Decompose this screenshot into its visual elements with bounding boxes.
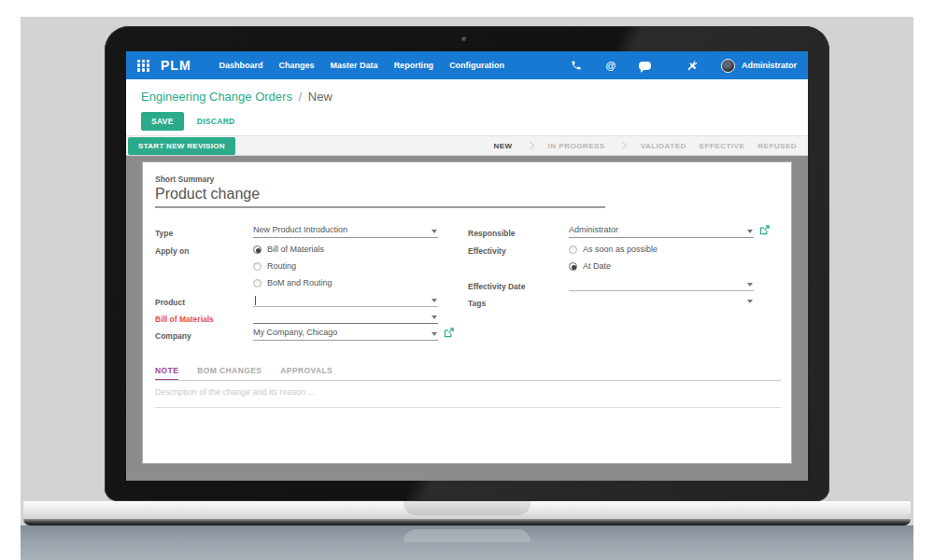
save-button[interactable]: SAVE — [141, 112, 184, 131]
breadcrumb-separator: / — [299, 90, 303, 104]
note-underline — [155, 407, 781, 408]
bill-of-materials-select[interactable] — [253, 311, 438, 324]
breadcrumb: Engineering Change Orders / New — [141, 90, 808, 104]
effectivity-label: Effectivity — [468, 246, 506, 256]
stage-in-progress[interactable]: IN PROGRESS — [548, 142, 605, 150]
stage-effective[interactable]: EFFECTIVE — [700, 142, 745, 150]
type-select[interactable]: New Product Introduction — [253, 225, 438, 238]
radio-checked-icon — [253, 245, 262, 254]
form-sheet: Short Summary Product change Type New Pr… — [142, 161, 792, 464]
chat-bubble-icon[interactable] — [639, 59, 652, 72]
action-buttons: SAVE DISCARD — [141, 112, 808, 131]
mention-icon[interactable]: @ — [604, 59, 617, 72]
laptop-reflection-notch — [403, 529, 531, 542]
stage-refused[interactable]: REFUSED — [757, 142, 797, 150]
main-menu: Dashboard Changes Master Data Reporting … — [219, 61, 505, 70]
type-value: New Product Introduction — [253, 225, 347, 234]
menu-changes[interactable]: Changes — [279, 61, 315, 70]
tools-icon[interactable] — [686, 59, 699, 72]
company-select[interactable]: My Company, Chicago — [253, 328, 438, 341]
webcam — [461, 36, 468, 43]
company-value: My Company, Chicago — [253, 328, 337, 337]
breadcrumb-zone: Engineering Change Orders / New SAVE DIS… — [126, 79, 808, 135]
chevron-down-icon — [747, 283, 753, 287]
short-summary-label: Short Summary — [155, 175, 214, 184]
tab-bom-changes[interactable]: BOM CHANGES — [197, 366, 262, 381]
radio-label: BoM and Routing — [267, 278, 333, 287]
radio-as-soon-as-possible[interactable]: As soon as possible — [569, 245, 658, 254]
effectivity-date-label: Effectivity Date — [468, 282, 525, 291]
radio-checked-icon — [569, 262, 577, 271]
tab-note[interactable]: NOTE — [155, 366, 178, 381]
radio-bom-and-routing[interactable]: BoM and Routing — [253, 278, 333, 287]
stage-new[interactable]: NEW — [493, 142, 512, 150]
apps-grid-icon[interactable] — [137, 60, 149, 72]
product-select[interactable] — [253, 294, 438, 307]
apply-on-label: Apply on — [155, 246, 189, 256]
chevron-down-icon — [432, 299, 437, 302]
workspace: Short Summary Product change Type New Pr… — [126, 156, 808, 481]
radio-unchecked-icon — [253, 279, 262, 287]
radio-label: Routing — [267, 261, 296, 271]
tabs-divider — [155, 380, 781, 381]
short-summary-input[interactable]: Product change — [155, 186, 605, 208]
laptop-front-edge — [23, 519, 911, 525]
stage-chevron-icon — [526, 142, 533, 149]
menu-reporting[interactable]: Reporting — [394, 61, 434, 70]
notebook-tabs: NOTE BOM CHANGES APPROVALS — [155, 366, 333, 381]
chevron-down-icon — [747, 300, 753, 303]
stage-validated[interactable]: VALIDATED — [641, 142, 686, 150]
radio-unchecked-icon — [253, 262, 262, 271]
start-new-revision-button[interactable]: START NEW REVISION — [128, 137, 235, 155]
radio-label: Bill of Materials — [267, 245, 324, 254]
chevron-down-icon — [432, 332, 437, 336]
chevron-down-icon — [432, 230, 437, 233]
breadcrumb-parent[interactable]: Engineering Change Orders — [141, 90, 292, 104]
app-title[interactable]: PLM — [161, 58, 191, 73]
breadcrumb-current: New — [308, 90, 333, 104]
stage-chevron-icon — [618, 142, 626, 149]
radio-label: As soon as possible — [583, 245, 658, 254]
product-label: Product — [155, 298, 185, 307]
external-link-icon[interactable] — [759, 225, 770, 235]
radio-bill-of-materials[interactable]: Bill of Materials — [253, 245, 324, 254]
text-cursor — [255, 296, 256, 305]
stage-pipeline: NEW IN PROGRESS VALIDATED EFFECTIVE REFU… — [493, 142, 808, 150]
responsible-select[interactable]: Administrator — [569, 225, 754, 238]
navbar-right: @ Administrator — [548, 59, 797, 73]
responsible-label: Responsible — [468, 229, 516, 238]
bill-of-materials-label: Bill of Materials — [155, 315, 214, 324]
phone-icon[interactable] — [570, 59, 583, 72]
laptop-mockup: PLM Dashboard Changes Master Data Report… — [0, 0, 934, 560]
user-name[interactable]: Administrator — [742, 61, 797, 70]
menu-dashboard[interactable]: Dashboard — [219, 61, 263, 70]
company-label: Company — [155, 331, 191, 341]
menu-master-data[interactable]: Master Data — [331, 61, 378, 70]
app-screen: PLM Dashboard Changes Master Data Report… — [126, 51, 808, 481]
laptop-base-notch — [403, 501, 531, 515]
tags-select[interactable] — [569, 295, 754, 308]
discard-button[interactable]: DISCARD — [197, 117, 235, 126]
menu-configuration[interactable]: Configuration — [449, 61, 504, 70]
note-input[interactable]: Description of the change and its reason… — [155, 387, 315, 397]
external-link-icon[interactable] — [444, 328, 454, 338]
radio-at-date[interactable]: At Date — [569, 261, 611, 271]
chevron-down-icon — [747, 230, 753, 233]
responsible-value: Administrator — [569, 225, 618, 234]
user-avatar[interactable] — [721, 59, 735, 73]
tab-approvals[interactable]: APPROVALS — [280, 366, 333, 381]
radio-routing[interactable]: Routing — [253, 261, 296, 271]
tags-label: Tags — [468, 299, 486, 308]
top-navbar: PLM Dashboard Changes Master Data Report… — [126, 51, 808, 79]
status-bar: START NEW REVISION NEW IN PROGRESS VALID… — [126, 135, 808, 156]
radio-unchecked-icon — [569, 245, 577, 254]
effectivity-date-select[interactable] — [569, 278, 754, 291]
type-label: Type — [155, 229, 173, 238]
radio-label: At Date — [583, 261, 611, 271]
chevron-down-icon — [432, 315, 437, 319]
